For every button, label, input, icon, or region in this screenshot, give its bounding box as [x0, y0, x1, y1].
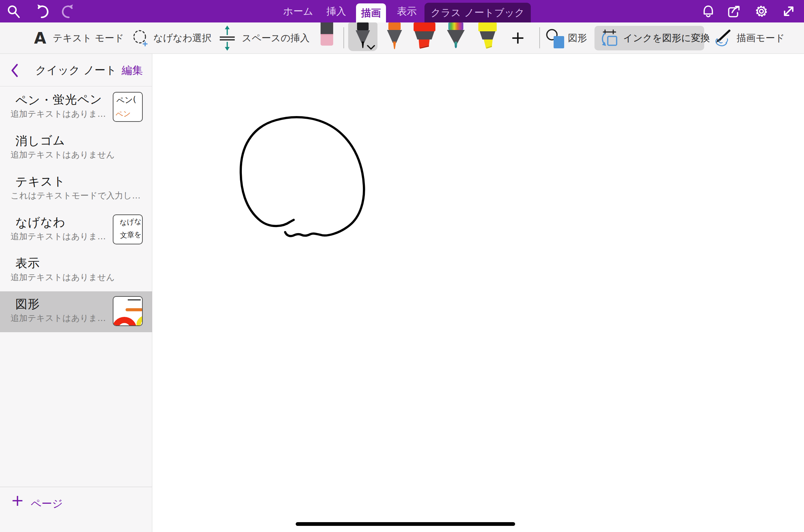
undo-button[interactable] [34, 4, 49, 19]
red-marker-tool[interactable] [413, 22, 436, 50]
eraser-icon [321, 22, 333, 34]
lasso-select-label[interactable]: なげなわ選択 [153, 22, 212, 54]
draw-mode-button[interactable] [714, 29, 731, 50]
tab-insert[interactable]: 挿入 [326, 0, 346, 22]
shapes-label[interactable]: 図形 [568, 22, 587, 54]
tab-home[interactable]: ホーム [283, 0, 313, 22]
tab-view[interactable]: 表示 [397, 0, 417, 22]
shapes-icon [546, 28, 566, 50]
top-bar: ホーム 挿入 描画 表示 クラス ノートブック [0, 0, 804, 22]
shapes-drawing-thumbnail [113, 297, 143, 326]
rainbow-pen-tool[interactable] [446, 22, 466, 51]
page-thumbnail: なげな 文章を [113, 214, 143, 244]
ink-to-shape-label: インクを図形に変換 [623, 26, 710, 50]
redo-button[interactable] [61, 4, 76, 19]
draw-mode-icon [714, 29, 731, 48]
shapes-button[interactable] [546, 28, 566, 51]
page-subtitle: これはテキストモードで入力し… [11, 190, 140, 201]
page-thumbnail: ペン( ペン [113, 92, 143, 122]
ribbon-toolbar: A テキスト モード なげなわ選択 スペースの挿入 [0, 22, 804, 54]
page-item-text[interactable]: テキスト これはテキストモードで入力し… [0, 169, 152, 210]
page-title: 図形 [15, 296, 40, 312]
page-item-eraser[interactable]: 消しゴム 追加テキストはありません [0, 128, 152, 169]
share-icon [726, 4, 741, 19]
ink-to-shape-button[interactable]: インクを図形に変換 [594, 26, 704, 50]
tab-draw[interactable]: 描画 [356, 3, 386, 22]
page-list-sidebar: クイック ノート 編集 ペン・蛍光ペン 追加テキストはありま… ペン( ペン 消… [0, 54, 152, 532]
settings-button[interactable] [754, 4, 769, 19]
home-indicator[interactable] [296, 522, 515, 526]
page-title: 消しゴム [15, 132, 65, 149]
text-mode-button[interactable]: テキスト モード [53, 22, 124, 54]
page-subtitle: 追加テキストはありま… [11, 108, 106, 119]
chevron-down-icon[interactable] [367, 45, 375, 50]
search-icon [6, 4, 21, 19]
page-subtitle: 追加テキストはありません [11, 149, 115, 160]
page-thumbnail [113, 296, 143, 326]
ink-to-shape-icon [601, 29, 618, 48]
lasso-select-button[interactable] [132, 29, 149, 49]
add-page-button[interactable]: + ページ [0, 487, 152, 532]
undo-icon [34, 4, 49, 19]
fullscreen-button[interactable] [781, 4, 796, 19]
page-subtitle: 追加テキストはありま… [11, 231, 106, 242]
page-title: 表示 [15, 255, 40, 271]
add-pen-button[interactable]: + [508, 22, 527, 54]
orange-pen-tool[interactable] [385, 22, 404, 50]
page-item-lasso[interactable]: なげなわ 追加テキストはありま… なげな 文章を [0, 210, 152, 251]
search-button[interactable] [6, 4, 21, 19]
page-item-view[interactable]: 表示 追加テキストはありません [0, 251, 152, 291]
gear-icon [754, 4, 769, 19]
bell-icon [701, 4, 716, 19]
text-mode-icon[interactable]: A [34, 22, 46, 54]
page-subtitle: 追加テキストはありません [11, 272, 115, 283]
expand-icon [781, 4, 796, 19]
sidebar-header: クイック ノート 編集 [0, 54, 152, 86]
notifications-button[interactable] [701, 4, 716, 19]
page-title: なげなわ [15, 214, 66, 231]
ink-stroke-circle [153, 54, 804, 532]
page-title: テキスト [15, 173, 66, 190]
edit-button[interactable]: 編集 [122, 54, 143, 86]
plus-icon: + [11, 491, 24, 510]
insert-space-icon [218, 26, 236, 51]
toolbar-divider [539, 27, 540, 48]
toolbar-divider [343, 27, 344, 48]
eraser-tool[interactable] [321, 22, 333, 46]
add-page-label: ページ [31, 497, 63, 511]
draw-mode-label[interactable]: 描画モード [737, 22, 785, 54]
page-subtitle: 追加テキストはありま… [11, 312, 106, 324]
drawing-canvas[interactable] [153, 54, 804, 532]
page-title: ペン・蛍光ペン [15, 91, 103, 109]
lasso-icon [132, 29, 149, 48]
redo-icon [61, 4, 76, 19]
black-pen-tool-selected[interactable] [348, 22, 377, 51]
page-item-shapes-selected[interactable]: 図形 追加テキストはありま… [0, 291, 152, 332]
insert-space-label[interactable]: スペースの挿入 [242, 22, 310, 54]
yellow-highlighter-tool[interactable] [477, 22, 498, 50]
share-button[interactable] [726, 4, 741, 19]
page-item-pen-highlighter[interactable]: ペン・蛍光ペン 追加テキストはありま… ペン( ペン [0, 87, 152, 128]
tab-class-notebook[interactable]: クラス ノートブック [424, 3, 531, 22]
insert-space-button[interactable] [218, 26, 236, 52]
